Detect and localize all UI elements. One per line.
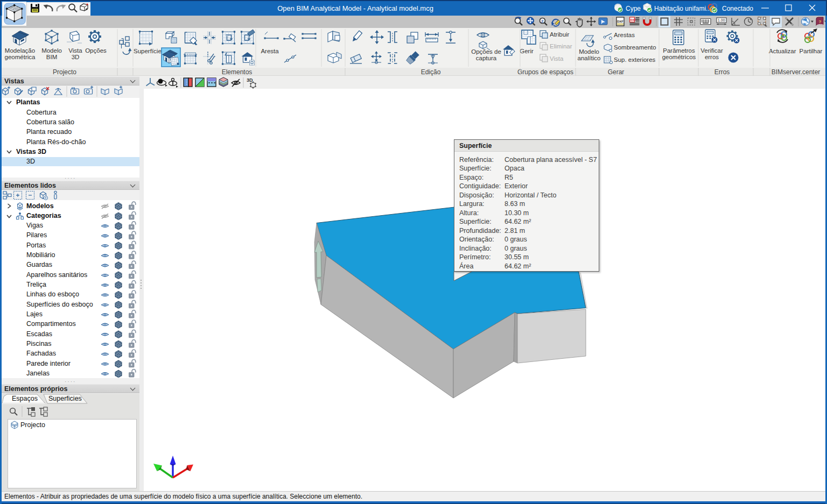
svg-text:?: ? [819,19,822,24]
svg-text:1.00: 1.00 [718,18,725,22]
svg-text:DXF: DXF [617,20,623,23]
svg-text:DXF: DXF [630,18,637,22]
svg-text:3D: 3D [247,77,253,83]
svg-text:2: 2 [541,19,544,24]
